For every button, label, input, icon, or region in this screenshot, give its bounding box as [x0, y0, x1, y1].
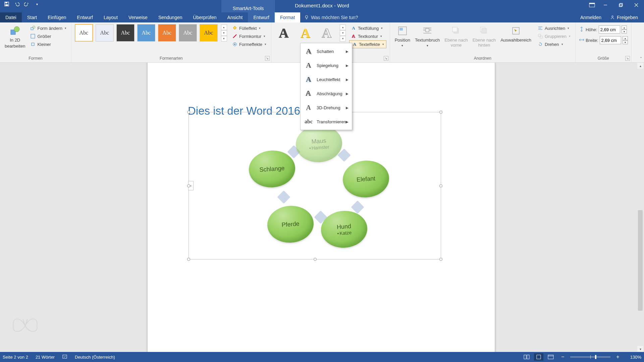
wordart-gallery[interactable]: A A A ▴ ▾ ▾: [275, 24, 346, 42]
resize-handle-nw[interactable]: [187, 111, 190, 114]
larger-button[interactable]: Größer: [29, 32, 67, 40]
tab-insert[interactable]: Einfügen: [42, 12, 71, 22]
undo-button[interactable]: [12, 0, 21, 8]
gallery-more-button[interactable]: ▾: [221, 36, 227, 42]
wordart-style-3[interactable]: A: [318, 24, 336, 42]
bring-forward-icon: [450, 25, 462, 37]
tab-layout[interactable]: Layout: [98, 12, 123, 22]
shape-style-7[interactable]: Abc: [200, 24, 218, 42]
shape-style-2[interactable]: Abc: [96, 24, 114, 42]
ribbon-display-options-button[interactable]: [587, 2, 597, 8]
position-button[interactable]: Position▾: [393, 24, 412, 48]
resize-handle-ne[interactable]: [439, 111, 442, 114]
tab-mailings[interactable]: Sendungen: [153, 12, 188, 22]
text-fill-button[interactable]: ATextfüllung: [349, 24, 386, 32]
scroll-up-button[interactable]: ▴: [637, 63, 643, 69]
menu-3d-rotation[interactable]: A 3D-Drehung ▶: [301, 101, 351, 115]
shape-style-gallery[interactable]: Abc Abc Abc Abc Abc Abc Abc ▴ ▾ ▾: [75, 24, 227, 42]
tab-design[interactable]: Entwurf: [72, 12, 98, 22]
height-field[interactable]: Höhe: ▴▾: [579, 25, 627, 34]
wordart-gallery-up[interactable]: ▴: [340, 24, 346, 30]
redo-button[interactable]: [22, 0, 32, 8]
maximize-button[interactable]: [613, 0, 629, 10]
gallery-up-button[interactable]: ▴: [221, 24, 227, 30]
tab-references[interactable]: Verweise: [123, 12, 153, 22]
zoom-in-button[interactable]: +: [613, 353, 623, 361]
shape-style-3[interactable]: Abc: [116, 24, 135, 42]
resize-handle-sw[interactable]: [187, 258, 190, 261]
menu-transform[interactable]: abc Transformieren ▶: [301, 115, 351, 129]
wordart-style-1[interactable]: A: [275, 24, 293, 42]
text-wrap-button[interactable]: Textumbruch▾: [414, 24, 441, 48]
print-layout-button[interactable]: [534, 353, 543, 361]
height-spin-down[interactable]: ▾: [622, 29, 627, 34]
tab-review[interactable]: Überprüfen: [188, 12, 222, 22]
size-launcher[interactable]: ↘: [625, 56, 630, 61]
width-spin-up[interactable]: ▴: [623, 36, 628, 40]
change-shape-button[interactable]: Form ändern: [29, 24, 67, 32]
wordart-launcher[interactable]: ↘: [384, 56, 388, 61]
zoom-out-button[interactable]: −: [558, 353, 568, 361]
web-layout-button[interactable]: [546, 353, 555, 361]
scroll-down-button[interactable]: ▾: [637, 346, 643, 352]
menu-shadow[interactable]: A Schatten ▶: [301, 44, 351, 58]
wordart-gallery-more[interactable]: ▾: [340, 36, 346, 42]
collapse-ribbon-button[interactable]: ˄: [640, 57, 642, 61]
shape-effects-button[interactable]: Formeffekte: [230, 40, 268, 48]
qat-customize-button[interactable]: ▾: [32, 0, 42, 8]
svg-rect-23: [399, 28, 403, 31]
width-spin-down[interactable]: ▾: [623, 40, 628, 44]
menu-reflection[interactable]: A Spiegelung ▶: [301, 58, 351, 72]
align-button[interactable]: Ausrichten: [536, 24, 572, 32]
status-proofing-icon[interactable]: [62, 354, 67, 360]
sign-in-button[interactable]: Anmelden: [576, 15, 605, 20]
tab-smartart-design[interactable]: Entwurf: [248, 12, 274, 22]
smartart-selection[interactable]: ‹ Maus Hamster Schlange Elefant Pferde H…: [189, 112, 441, 259]
wordart-style-2[interactable]: A: [296, 24, 314, 42]
smaller-button[interactable]: Kleiner: [29, 40, 67, 48]
zoom-slider[interactable]: [570, 356, 610, 358]
minimize-button[interactable]: [598, 0, 613, 10]
resize-handle-s[interactable]: [314, 258, 317, 261]
menu-bevel[interactable]: A Abschrägung ▶: [301, 86, 351, 101]
edit-in-2d-button[interactable]: In 2D bearbeiten: [3, 24, 26, 50]
width-input[interactable]: [600, 36, 621, 44]
shape-style-4[interactable]: Abc: [137, 24, 155, 42]
status-language[interactable]: Deutsch (Österreich): [75, 355, 115, 360]
status-page[interactable]: Seite 2 von 2: [3, 355, 28, 360]
shape-style-6[interactable]: Abc: [179, 24, 197, 42]
height-input[interactable]: [599, 25, 620, 34]
resize-handle-e[interactable]: [439, 184, 442, 187]
gallery-down-button[interactable]: ▾: [221, 30, 227, 36]
selection-pane-button[interactable]: Auswahlbereich: [499, 24, 533, 44]
tab-file[interactable]: Datei: [0, 12, 22, 22]
shape-fill-button[interactable]: Fülleffekt: [230, 24, 268, 32]
shape-outline-button[interactable]: Formkontur: [230, 32, 268, 40]
wordart-gallery-down[interactable]: ▾: [340, 30, 346, 36]
text-effects-button[interactable]: ATexteffekte: [349, 40, 386, 48]
tell-me-search[interactable]: Was möchten Sie tun?: [300, 12, 362, 22]
menu-glow[interactable]: A Leuchteffekt ▶: [301, 72, 351, 86]
vertical-scrollbar[interactable]: ▴ ▾: [637, 63, 643, 352]
tab-smartart-format[interactable]: Format: [275, 12, 300, 22]
resize-handle-w[interactable]: [187, 184, 190, 187]
width-field[interactable]: Breite: ▴▾: [579, 36, 628, 44]
zoom-level[interactable]: 130%: [625, 355, 641, 360]
scroll-thumb[interactable]: [638, 210, 643, 311]
text-outline-button[interactable]: ATextkontur: [349, 32, 386, 40]
wordart-gallery-scroll: ▴ ▾ ▾: [340, 24, 346, 42]
height-spin-up[interactable]: ▴: [622, 25, 627, 29]
status-words[interactable]: 21 Wörter: [36, 355, 55, 360]
shape-styles-launcher[interactable]: ↘: [265, 56, 270, 61]
read-mode-button[interactable]: [522, 353, 531, 361]
save-button[interactable]: [2, 0, 11, 8]
shape-style-5[interactable]: Abc: [158, 24, 176, 42]
close-button[interactable]: [629, 0, 644, 10]
shape-style-1[interactable]: Abc: [75, 24, 93, 42]
share-button[interactable]: Freigeben: [606, 15, 642, 20]
tab-start[interactable]: Start: [22, 12, 43, 22]
rotate-button[interactable]: Drehen: [536, 40, 572, 48]
resize-handle-se[interactable]: [439, 258, 442, 261]
group-shape-styles: Abc Abc Abc Abc Abc Abc Abc ▴ ▾ ▾ Füllef…: [71, 22, 271, 62]
tab-view[interactable]: Ansicht: [222, 12, 248, 22]
